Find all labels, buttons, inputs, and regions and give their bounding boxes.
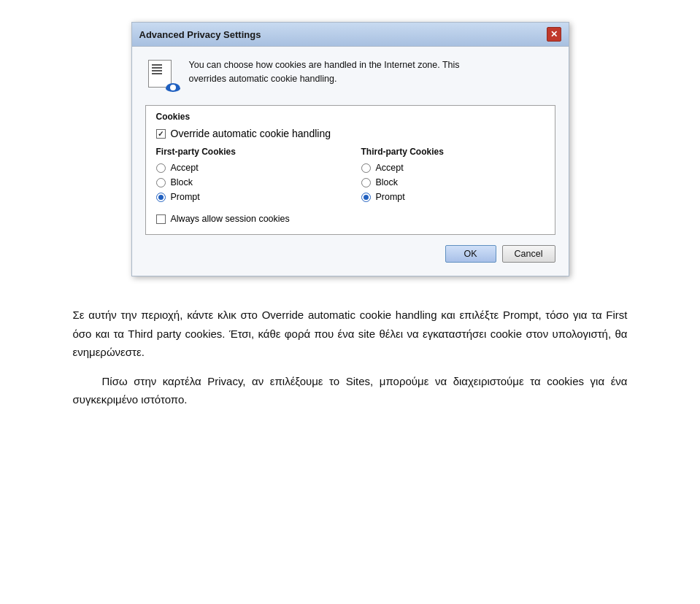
ok-button[interactable]: OK <box>445 245 496 263</box>
advanced-privacy-settings-dialog: Advanced Privacy Settings ✕ You can choo… <box>131 22 569 276</box>
cookies-group-label: Cookies <box>156 112 545 122</box>
dialog-body: You can choose how cookies are handled i… <box>132 47 569 276</box>
first-party-block-radio[interactable] <box>156 178 166 187</box>
cookies-columns: First-party Cookies Accept Block Prompt <box>156 147 545 206</box>
third-party-block-label: Block <box>376 177 399 187</box>
dialog-title: Advanced Privacy Settings <box>139 29 261 40</box>
first-party-accept-row[interactable]: Accept <box>156 163 339 173</box>
paragraph-2: Πίσω στην καρτέλα Privacy, αν επιλέξουμε… <box>73 372 628 409</box>
cookie-icon <box>145 58 180 93</box>
third-party-prompt-radio[interactable] <box>361 193 371 202</box>
third-party-prompt-label: Prompt <box>376 192 405 202</box>
third-party-accept-label: Accept <box>376 163 404 173</box>
session-cookies-row[interactable]: Always allow session cookies <box>156 214 545 224</box>
first-party-column: First-party Cookies Accept Block Prompt <box>156 147 339 206</box>
override-label: Override automatic cookie handling <box>171 128 331 139</box>
first-party-accept-radio[interactable] <box>156 163 166 173</box>
override-checkbox-row[interactable]: Override automatic cookie handling <box>156 128 545 139</box>
third-party-title: Third-party Cookies <box>361 147 545 157</box>
session-cookies-label: Always allow session cookies <box>171 214 290 224</box>
first-party-prompt-radio[interactable] <box>156 193 166 202</box>
third-party-block-radio[interactable] <box>361 178 371 187</box>
page-icon <box>148 60 172 88</box>
third-party-accept-row[interactable]: Accept <box>361 163 545 173</box>
first-party-block-label: Block <box>171 177 193 187</box>
cookies-group: Cookies Override automatic cookie handli… <box>145 105 555 235</box>
session-cookies-checkbox[interactable] <box>156 214 166 224</box>
close-button[interactable]: ✕ <box>547 27 561 42</box>
override-checkbox[interactable] <box>156 129 166 139</box>
first-party-accept-label: Accept <box>171 163 199 173</box>
text-content: Σε αυτήν την περιοχή, κάντε κλικ στο Ove… <box>73 306 628 419</box>
info-text: You can choose how cookies are handled i… <box>189 58 466 86</box>
dialog-titlebar: Advanced Privacy Settings ✕ <box>132 23 569 47</box>
first-party-title: First-party Cookies <box>156 147 339 157</box>
dialog-buttons: OK Cancel <box>145 245 555 266</box>
third-party-prompt-row[interactable]: Prompt <box>361 192 545 202</box>
first-party-prompt-row[interactable]: Prompt <box>156 192 339 202</box>
third-party-column: Third-party Cookies Accept Block Prompt <box>361 147 545 206</box>
eye-icon <box>166 83 180 92</box>
info-section: You can choose how cookies are handled i… <box>145 58 555 93</box>
third-party-accept-radio[interactable] <box>361 163 371 173</box>
third-party-block-row[interactable]: Block <box>361 177 545 187</box>
first-party-block-row[interactable]: Block <box>156 177 339 187</box>
paragraph-1: Σε αυτήν την περιοχή, κάντε κλικ στο Ove… <box>73 306 628 362</box>
cancel-button[interactable]: Cancel <box>502 245 555 263</box>
first-party-prompt-label: Prompt <box>171 192 200 202</box>
